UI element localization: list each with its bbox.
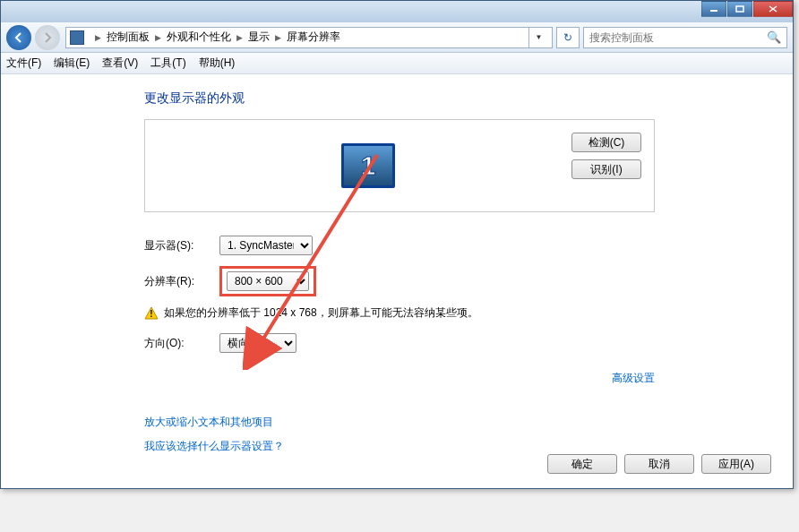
address-dropdown[interactable]: ▼ (528, 27, 548, 48)
breadcrumb-resolution[interactable]: 屏幕分辨率 (287, 30, 340, 45)
resolution-label: 分辨率(R): (144, 274, 219, 289)
scale-text-link[interactable]: 放大或缩小文本和其他项目 (144, 416, 273, 428)
control-panel-icon (70, 30, 84, 45)
detect-button[interactable]: 检测(C) (571, 133, 641, 152)
chevron-right-icon: ▶ (236, 33, 243, 42)
resolution-select[interactable]: 800 × 600 (227, 271, 309, 291)
forward-button[interactable] (35, 25, 60, 50)
menu-help[interactable]: 帮助(H) (199, 56, 236, 71)
footer-buttons: 确定 取消 应用(A) (547, 454, 771, 474)
minimize-button[interactable] (701, 1, 726, 17)
orientation-select[interactable]: 横向 (219, 333, 296, 353)
cancel-button[interactable]: 取消 (624, 454, 694, 474)
page-heading: 更改显示器的外观 (144, 90, 655, 107)
search-box[interactable]: 🔍 (583, 27, 787, 48)
svg-text:!: ! (150, 309, 152, 319)
svg-rect-1 (736, 6, 743, 12)
breadcrumb-appearance[interactable]: 外观和个性化 (167, 30, 231, 45)
chevron-right-icon: ▶ (95, 33, 101, 42)
chevron-right-icon: ▶ (155, 33, 161, 42)
close-button[interactable] (753, 1, 793, 17)
display-select[interactable]: 1. SyncMaster (219, 236, 313, 255)
menu-tools[interactable]: 工具(T) (150, 56, 185, 71)
menubar: 文件(F) 编辑(E) 查看(V) 工具(T) 帮助(H) (1, 53, 793, 74)
search-input[interactable] (589, 31, 767, 44)
display-label: 显示器(S): (144, 238, 219, 253)
back-button[interactable] (6, 25, 31, 50)
warning-row: ! 如果您的分辨率低于 1024 x 768，则屏幕上可能无法容纳某些项。 (144, 305, 655, 321)
menu-file[interactable]: 文件(F) (6, 56, 41, 71)
breadcrumb-cp[interactable]: 控制面板 (107, 30, 150, 45)
address-bar[interactable]: ▶ 控制面板 ▶ 外观和个性化 ▶ 显示 ▶ 屏幕分辨率 ▼ (65, 27, 553, 48)
breadcrumb-display[interactable]: 显示 (248, 30, 270, 45)
monitor-number: 1 (361, 150, 376, 181)
apply-button[interactable]: 应用(A) (701, 454, 771, 474)
identify-button[interactable]: 识别(I) (571, 159, 641, 179)
ok-button[interactable]: 确定 (547, 454, 617, 474)
menu-edit[interactable]: 编辑(E) (54, 56, 90, 71)
menu-view[interactable]: 查看(V) (102, 56, 138, 71)
chevron-right-icon: ▶ (275, 33, 281, 42)
maximize-button[interactable] (727, 1, 752, 17)
advanced-settings-link[interactable]: 高级设置 (612, 372, 655, 384)
titlebar (1, 1, 793, 22)
navbar: ▶ 控制面板 ▶ 外观和个性化 ▶ 显示 ▶ 屏幕分辨率 ▼ ↻ 🔍 (1, 22, 793, 53)
which-display-link[interactable]: 我应该选择什么显示器设置？ (144, 440, 284, 452)
monitor-thumbnail[interactable]: 1 (341, 143, 395, 188)
refresh-button[interactable]: ↻ (556, 27, 580, 48)
warning-icon: ! (144, 306, 159, 321)
resolution-highlight: 800 × 600 (219, 266, 316, 296)
window: ▶ 控制面板 ▶ 外观和个性化 ▶ 显示 ▶ 屏幕分辨率 ▼ ↻ 🔍 文件(F)… (0, 0, 794, 489)
search-icon[interactable]: 🔍 (767, 30, 781, 44)
content-area: 更改显示器的外观 1 检测(C) 识别(I) 显示器(S): 1. SyncMa… (1, 74, 793, 488)
monitor-preview-panel: 1 检测(C) 识别(I) (144, 119, 655, 212)
orientation-label: 方向(O): (144, 336, 219, 351)
warning-text: 如果您的分辨率低于 1024 x 768，则屏幕上可能无法容纳某些项。 (164, 305, 478, 321)
